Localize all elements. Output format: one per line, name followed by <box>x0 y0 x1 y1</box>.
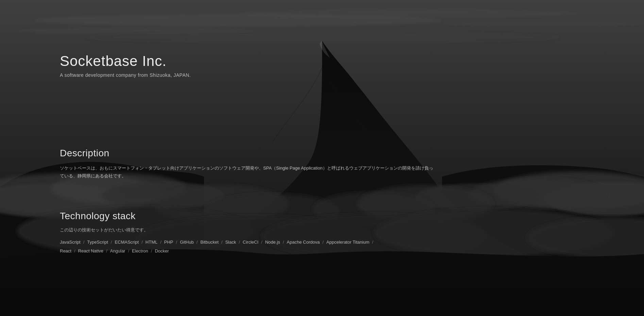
sep-9: / <box>261 238 262 247</box>
tech-list: JavaScript / TypeScript / ECMAScript / H… <box>60 238 376 256</box>
sep-15: / <box>128 247 129 256</box>
description-section: Description ソケットベースは、おもにスマートフォン・タブレット向けア… <box>60 148 434 180</box>
tech-subtitle: この辺りの技術セットがだいたい得意です。 <box>60 227 376 233</box>
tech-github: GitHub <box>180 238 193 247</box>
sep-13: / <box>74 247 75 256</box>
company-name: Socketbase Inc. <box>60 53 191 70</box>
tech-row-1: JavaScript / TypeScript / ECMAScript / H… <box>60 238 376 247</box>
tech-javascript: JavaScript <box>60 238 81 247</box>
sep-3: / <box>141 238 143 247</box>
tech-appcelerator: Appcelerator Titanium <box>326 238 369 247</box>
description-text: ソケットベースは、おもにスマートフォン・タブレット向けアプリケーションのソフトウ… <box>60 164 434 180</box>
tech-ecmascript: ECMAScript <box>115 238 139 247</box>
tech-react-native: React Native <box>78 247 103 256</box>
sep-16: / <box>151 247 152 256</box>
hero-background: Socketbase Inc. A software development c… <box>0 0 644 316</box>
tech-circleci: CircleCI <box>243 238 258 247</box>
tech-electron: Electron <box>132 247 148 256</box>
page-content: Socketbase Inc. A software development c… <box>0 0 644 316</box>
tech-slack: Slack <box>225 238 236 247</box>
tech-title: Technology stack <box>60 211 376 222</box>
sep-8: / <box>239 238 240 247</box>
sep-14: / <box>106 247 107 256</box>
sep-7: / <box>221 238 223 247</box>
tech-angular: Angular <box>110 247 125 256</box>
tech-docker: Docker <box>155 247 169 256</box>
tech-nodejs: Node.js <box>265 238 280 247</box>
sep-2: / <box>111 238 112 247</box>
tech-bitbucket: Bitbucket <box>200 238 218 247</box>
sep-6: / <box>197 238 198 247</box>
tech-typescript: TypeScript <box>87 238 108 247</box>
tech-row-2: React / React Native / Angular / Electro… <box>60 247 376 256</box>
description-title: Description <box>60 148 434 159</box>
sep-5: / <box>176 238 177 247</box>
tech-section: Technology stack この辺りの技術セットがだいたい得意です。 Ja… <box>60 211 376 256</box>
tech-react: React <box>60 247 71 256</box>
tech-html: HTML <box>146 238 157 247</box>
tech-php: PHP <box>164 238 173 247</box>
sep-11: / <box>322 238 324 247</box>
sep-1: / <box>83 238 85 247</box>
company-subtitle: A software development company from Shiz… <box>60 72 191 78</box>
sep-10: / <box>283 238 284 247</box>
sep-12: / <box>372 238 373 247</box>
tech-apache-cordova: Apache Cordova <box>287 238 320 247</box>
hero-title-section: Socketbase Inc. A software development c… <box>60 53 191 78</box>
sep-4: / <box>160 238 162 247</box>
